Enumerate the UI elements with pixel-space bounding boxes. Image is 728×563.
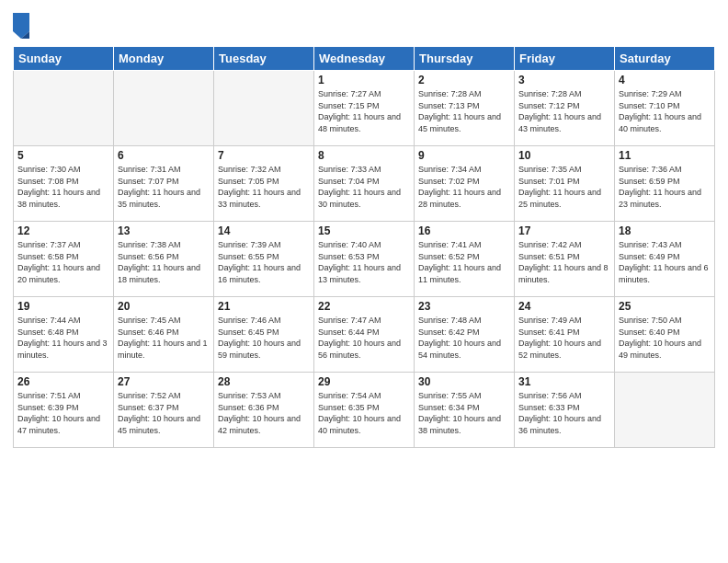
calendar-cell: [615, 373, 715, 448]
weekday-header: Saturday: [615, 47, 715, 71]
calendar-cell: 26Sunrise: 7:51 AM Sunset: 6:39 PM Dayli…: [14, 373, 114, 448]
calendar-cell: [114, 71, 214, 146]
day-number: 12: [17, 224, 109, 237]
calendar-week-row: 1Sunrise: 7:27 AM Sunset: 7:15 PM Daylig…: [14, 71, 715, 146]
day-number: 25: [619, 300, 711, 313]
calendar-cell: 27Sunrise: 7:52 AM Sunset: 6:37 PM Dayli…: [114, 373, 214, 448]
day-info: Sunrise: 7:31 AM Sunset: 7:07 PM Dayligh…: [118, 164, 210, 210]
calendar-cell: 2Sunrise: 7:28 AM Sunset: 7:13 PM Daylig…: [415, 71, 515, 146]
calendar-week-row: 12Sunrise: 7:37 AM Sunset: 6:58 PM Dayli…: [14, 222, 715, 297]
day-number: 22: [318, 300, 410, 313]
day-info: Sunrise: 7:52 AM Sunset: 6:37 PM Dayligh…: [118, 390, 210, 436]
day-number: 23: [418, 300, 510, 313]
weekday-header: Thursday: [415, 47, 515, 71]
calendar-cell: 18Sunrise: 7:43 AM Sunset: 6:49 PM Dayli…: [615, 222, 715, 297]
calendar-cell: 25Sunrise: 7:50 AM Sunset: 6:40 PM Dayli…: [615, 297, 715, 373]
day-number: 11: [619, 149, 711, 162]
calendar-cell: 15Sunrise: 7:40 AM Sunset: 6:53 PM Dayli…: [314, 222, 415, 297]
day-number: 17: [518, 224, 610, 237]
day-info: Sunrise: 7:55 AM Sunset: 6:34 PM Dayligh…: [418, 390, 510, 436]
calendar-cell: 4Sunrise: 7:29 AM Sunset: 7:10 PM Daylig…: [615, 71, 715, 146]
day-number: 16: [418, 224, 510, 237]
day-number: 24: [518, 300, 610, 313]
day-info: Sunrise: 7:54 AM Sunset: 6:35 PM Dayligh…: [318, 390, 410, 436]
day-info: Sunrise: 7:44 AM Sunset: 6:48 PM Dayligh…: [17, 315, 109, 361]
day-number: 13: [118, 224, 210, 237]
day-number: 27: [118, 375, 210, 388]
weekday-header: Tuesday: [214, 47, 314, 71]
calendar-cell: 20Sunrise: 7:45 AM Sunset: 6:46 PM Dayli…: [114, 297, 214, 373]
day-number: 18: [619, 224, 711, 237]
day-info: Sunrise: 7:36 AM Sunset: 6:59 PM Dayligh…: [619, 164, 711, 210]
page: SundayMondayTuesdayWednesdayThursdayFrid…: [0, 0, 728, 563]
day-info: Sunrise: 7:38 AM Sunset: 6:56 PM Dayligh…: [118, 239, 210, 285]
day-info: Sunrise: 7:34 AM Sunset: 7:02 PM Dayligh…: [418, 164, 510, 210]
day-info: Sunrise: 7:43 AM Sunset: 6:49 PM Dayligh…: [619, 239, 711, 285]
calendar-cell: 14Sunrise: 7:39 AM Sunset: 6:55 PM Dayli…: [214, 222, 314, 297]
calendar-cell: 1Sunrise: 7:27 AM Sunset: 7:15 PM Daylig…: [314, 71, 415, 146]
day-info: Sunrise: 7:51 AM Sunset: 6:39 PM Dayligh…: [17, 390, 109, 436]
day-info: Sunrise: 7:30 AM Sunset: 7:08 PM Dayligh…: [17, 164, 109, 210]
calendar-cell: 9Sunrise: 7:34 AM Sunset: 7:02 PM Daylig…: [415, 146, 515, 222]
day-info: Sunrise: 7:40 AM Sunset: 6:53 PM Dayligh…: [318, 239, 410, 285]
calendar-cell: 29Sunrise: 7:54 AM Sunset: 6:35 PM Dayli…: [314, 373, 415, 448]
calendar-cell: 24Sunrise: 7:49 AM Sunset: 6:41 PM Dayli…: [515, 297, 615, 373]
day-info: Sunrise: 7:35 AM Sunset: 7:01 PM Dayligh…: [518, 164, 610, 210]
calendar-cell: 6Sunrise: 7:31 AM Sunset: 7:07 PM Daylig…: [114, 146, 214, 222]
day-info: Sunrise: 7:49 AM Sunset: 6:41 PM Dayligh…: [518, 315, 610, 361]
calendar-header-row: SundayMondayTuesdayWednesdayThursdayFrid…: [14, 47, 715, 71]
weekday-header: Wednesday: [314, 47, 415, 71]
logo: [13, 13, 31, 39]
day-number: 30: [418, 375, 510, 388]
day-info: Sunrise: 7:47 AM Sunset: 6:44 PM Dayligh…: [318, 315, 410, 361]
day-number: 28: [218, 375, 310, 388]
day-number: 4: [619, 74, 711, 86]
day-number: 2: [418, 74, 510, 86]
day-number: 6: [118, 149, 210, 162]
calendar-cell: 11Sunrise: 7:36 AM Sunset: 6:59 PM Dayli…: [615, 146, 715, 222]
calendar-cell: [214, 71, 314, 146]
day-info: Sunrise: 7:42 AM Sunset: 6:51 PM Dayligh…: [518, 239, 610, 285]
calendar-cell: 28Sunrise: 7:53 AM Sunset: 6:36 PM Dayli…: [214, 373, 314, 448]
day-info: Sunrise: 7:29 AM Sunset: 7:10 PM Dayligh…: [619, 88, 711, 134]
day-info: Sunrise: 7:27 AM Sunset: 7:15 PM Dayligh…: [318, 88, 410, 134]
day-info: Sunrise: 7:41 AM Sunset: 6:52 PM Dayligh…: [418, 239, 510, 285]
day-info: Sunrise: 7:37 AM Sunset: 6:58 PM Dayligh…: [17, 239, 109, 285]
day-number: 29: [318, 375, 410, 388]
calendar-week-row: 26Sunrise: 7:51 AM Sunset: 6:39 PM Dayli…: [14, 373, 715, 448]
day-info: Sunrise: 7:28 AM Sunset: 7:12 PM Dayligh…: [518, 88, 610, 134]
calendar-cell: [14, 71, 114, 146]
day-number: 3: [518, 74, 610, 86]
day-number: 19: [17, 300, 109, 313]
calendar-cell: 17Sunrise: 7:42 AM Sunset: 6:51 PM Dayli…: [515, 222, 615, 297]
calendar-cell: 3Sunrise: 7:28 AM Sunset: 7:12 PM Daylig…: [515, 71, 615, 146]
day-number: 9: [418, 149, 510, 162]
day-info: Sunrise: 7:50 AM Sunset: 6:40 PM Dayligh…: [619, 315, 711, 361]
weekday-header: Monday: [114, 47, 214, 71]
day-info: Sunrise: 7:48 AM Sunset: 6:42 PM Dayligh…: [418, 315, 510, 361]
day-number: 14: [218, 224, 310, 237]
day-number: 10: [518, 149, 610, 162]
calendar-cell: 19Sunrise: 7:44 AM Sunset: 6:48 PM Dayli…: [14, 297, 114, 373]
day-info: Sunrise: 7:32 AM Sunset: 7:05 PM Dayligh…: [218, 164, 310, 210]
calendar-week-row: 19Sunrise: 7:44 AM Sunset: 6:48 PM Dayli…: [14, 297, 715, 373]
day-number: 26: [17, 375, 109, 388]
calendar-cell: 5Sunrise: 7:30 AM Sunset: 7:08 PM Daylig…: [14, 146, 114, 222]
logo-icon: [13, 13, 29, 39]
day-info: Sunrise: 7:53 AM Sunset: 6:36 PM Dayligh…: [218, 390, 310, 436]
calendar-cell: 7Sunrise: 7:32 AM Sunset: 7:05 PM Daylig…: [214, 146, 314, 222]
calendar-cell: 16Sunrise: 7:41 AM Sunset: 6:52 PM Dayli…: [415, 222, 515, 297]
calendar-table: SundayMondayTuesdayWednesdayThursdayFrid…: [13, 46, 715, 448]
day-number: 5: [17, 149, 109, 162]
day-number: 31: [518, 375, 610, 388]
calendar-cell: 8Sunrise: 7:33 AM Sunset: 7:04 PM Daylig…: [314, 146, 415, 222]
day-number: 15: [318, 224, 410, 237]
day-number: 1: [318, 74, 410, 86]
day-info: Sunrise: 7:39 AM Sunset: 6:55 PM Dayligh…: [218, 239, 310, 285]
calendar-cell: 30Sunrise: 7:55 AM Sunset: 6:34 PM Dayli…: [415, 373, 515, 448]
calendar-cell: 31Sunrise: 7:56 AM Sunset: 6:33 PM Dayli…: [515, 373, 615, 448]
day-number: 21: [218, 300, 310, 313]
calendar-cell: 21Sunrise: 7:46 AM Sunset: 6:45 PM Dayli…: [214, 297, 314, 373]
day-info: Sunrise: 7:46 AM Sunset: 6:45 PM Dayligh…: [218, 315, 310, 361]
day-info: Sunrise: 7:56 AM Sunset: 6:33 PM Dayligh…: [518, 390, 610, 436]
